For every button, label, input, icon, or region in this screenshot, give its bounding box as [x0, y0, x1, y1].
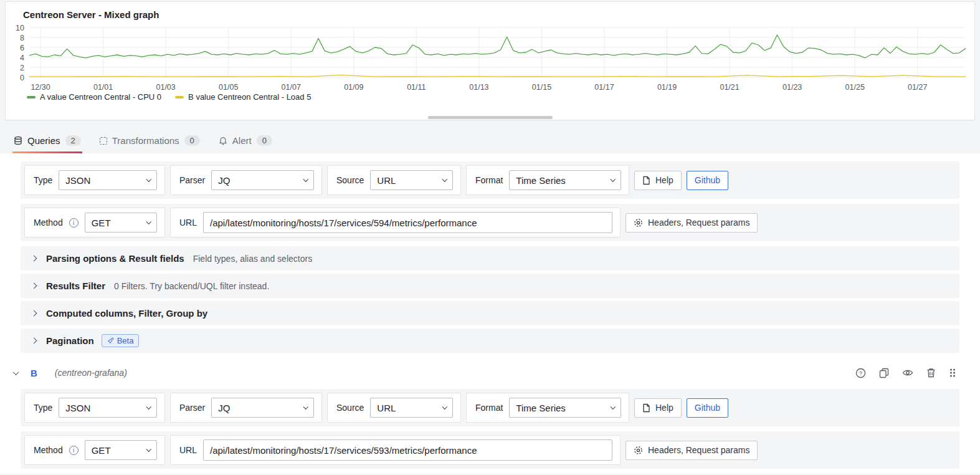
section-computed-columns[interactable]: Computed columns, Filter, Group by [21, 301, 959, 325]
drag-handle-icon[interactable] [949, 368, 956, 378]
info-icon[interactable]: i [69, 218, 78, 228]
headers-params-label: Headers, Request params [648, 445, 749, 455]
time-series-chart[interactable]: 024681012/3001/0101/0301/0501/0701/0901/… [6, 25, 974, 92]
page: Centreon Server - Mixed graph 024681012/… [0, 1, 980, 474]
svg-text:01/09: 01/09 [344, 83, 363, 90]
help-button-label: Help [655, 175, 673, 185]
svg-text:8: 8 [20, 34, 24, 42]
github-button-label: Github [695, 175, 720, 185]
format-select[interactable]: Time Series [509, 170, 621, 190]
svg-text:6: 6 [20, 44, 24, 52]
method-select[interactable]: GET [85, 213, 157, 233]
type-select[interactable]: JSON [59, 398, 157, 418]
delete-query-icon[interactable] [926, 368, 936, 378]
chart-svg: 024681012/3001/0101/0301/0501/0701/0901/… [7, 25, 976, 90]
svg-text:01/23: 01/23 [783, 83, 802, 90]
section-title: Results Filter [46, 281, 105, 291]
chart-panel: Centreon Server - Mixed graph 024681012/… [5, 1, 975, 120]
chevron-down-icon [610, 177, 615, 182]
collapse-chevron-icon[interactable] [13, 369, 19, 375]
database-icon [14, 136, 22, 145]
chevron-down-icon [146, 219, 151, 224]
panel-resize-handle[interactable] [428, 116, 553, 119]
chevron-down-icon [146, 405, 151, 410]
document-icon [642, 403, 650, 413]
tab-transformations[interactable]: Transformations 0 [98, 130, 201, 153]
type-label: Type [34, 175, 52, 185]
url-label: URL [179, 445, 197, 455]
query-help-icon[interactable]: ? [855, 368, 866, 378]
section-title: Pagination [46, 335, 94, 346]
format-label: Format [475, 403, 503, 413]
type-select[interactable]: JSON [59, 170, 157, 190]
section-subtitle: 0 Filters. Try backend/UQL filter instea… [114, 281, 269, 291]
url-input[interactable] [203, 212, 612, 233]
duplicate-query-icon[interactable] [879, 368, 889, 378]
url-input[interactable] [203, 439, 612, 461]
github-button[interactable]: Github [687, 398, 728, 418]
svg-text:01/27: 01/27 [908, 83, 927, 90]
chevron-right-icon [31, 338, 37, 344]
method-field-group: Method i GET [24, 435, 165, 465]
svg-text:?: ? [859, 370, 862, 377]
chevron-right-icon [31, 283, 37, 289]
method-select-value: GET [92, 218, 111, 228]
legend-label: A value Centreon Central - CPU 0 [40, 92, 161, 102]
headers-params-button[interactable]: Headers, Request params [626, 441, 758, 460]
source-select[interactable]: URL [370, 170, 453, 190]
legend-item[interactable]: A value Centreon Central - CPU 0 [27, 92, 161, 102]
bell-icon [219, 136, 227, 145]
source-field-group: Source URL [327, 393, 461, 423]
legend-item[interactable]: B value Centreon Central - Load 5 [175, 92, 311, 102]
svg-text:4: 4 [20, 54, 24, 62]
svg-text:01/19: 01/19 [657, 83, 677, 90]
section-parsing-options[interactable]: Parsing options & Result fields Field ty… [21, 246, 959, 271]
query-b-options-row: Type JSON Parser JQ Source [21, 389, 959, 426]
url-label: URL [179, 218, 197, 228]
source-select[interactable]: URL [370, 398, 453, 418]
method-select[interactable]: GET [85, 440, 157, 460]
source-label: Source [336, 175, 364, 185]
parser-select[interactable]: JQ [211, 398, 314, 418]
headers-params-button[interactable]: Headers, Request params [626, 213, 758, 233]
svg-text:01/01: 01/01 [93, 83, 113, 90]
chevron-right-icon [31, 256, 37, 262]
rocket-icon [107, 337, 114, 344]
help-button[interactable]: Help [634, 398, 682, 418]
query-a-url-row: Method i GET URL Headers, Request params [21, 204, 959, 241]
query-refid[interactable]: B [31, 368, 37, 378]
gear-icon [634, 446, 643, 455]
svg-text:01/17: 01/17 [594, 83, 614, 90]
tab-alert[interactable]: Alert 0 [217, 130, 274, 153]
section-results-filter[interactable]: Results Filter 0 Filters. Try backend/UQ… [21, 274, 959, 298]
queries-tab-content: Type JSON Parser JQ Source [0, 153, 980, 474]
parser-select-value: JQ [218, 175, 230, 186]
svg-text:01/15: 01/15 [532, 83, 551, 90]
legend-label: B value Centreon Central - Load 5 [188, 92, 311, 102]
svg-text:01/25: 01/25 [845, 83, 865, 90]
format-select[interactable]: Time Series [509, 398, 621, 418]
tab-queries[interactable]: Queries 2 [12, 130, 82, 153]
format-label: Format [475, 175, 503, 185]
section-title: Computed columns, Filter, Group by [46, 308, 207, 319]
chart-legend: A value Centreon Central - CPU 0B value … [6, 92, 974, 102]
parser-label: Parser [179, 403, 205, 413]
section-pagination[interactable]: Pagination Beta [21, 329, 959, 353]
parser-select-value: JQ [218, 403, 230, 413]
section-title: Parsing options & Result fields [46, 253, 184, 264]
url-field-group: URL [170, 208, 621, 238]
tab-count-badge: 0 [257, 135, 272, 146]
type-select-value: JSON [65, 403, 90, 413]
method-label: Method [34, 218, 63, 228]
headers-params-label: Headers, Request params [648, 218, 749, 228]
toggle-visibility-icon[interactable] [902, 368, 913, 377]
svg-text:2: 2 [20, 64, 24, 72]
info-icon[interactable]: i [69, 446, 78, 455]
svg-text:01/07: 01/07 [282, 83, 301, 90]
chevron-down-icon [146, 447, 151, 452]
tab-label: Alert [232, 135, 252, 146]
help-button[interactable]: Help [634, 171, 682, 190]
query-b-header[interactable]: B (centreon-grafana) ? [14, 362, 959, 383]
github-button[interactable]: Github [687, 171, 728, 190]
parser-select[interactable]: JQ [211, 170, 314, 190]
